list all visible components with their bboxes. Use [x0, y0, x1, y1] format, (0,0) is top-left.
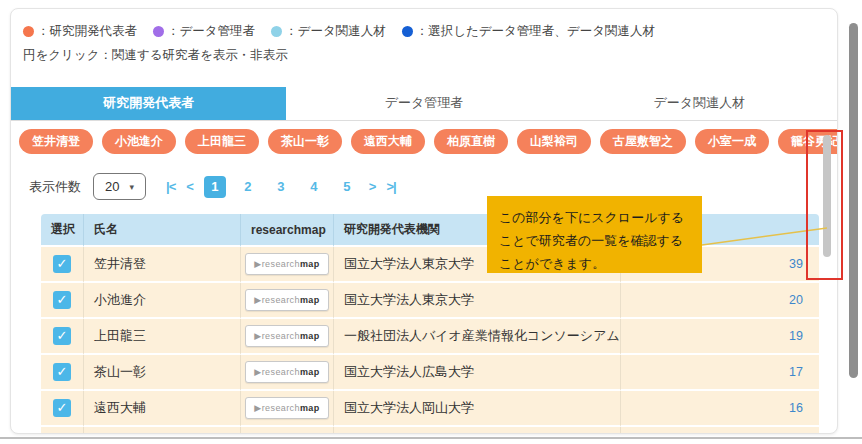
row-org: 国立大学法人広島大学	[334, 355, 621, 391]
legend-item-label: ：研究開発代表者	[37, 23, 137, 40]
page-number-5[interactable]: 5	[336, 176, 358, 198]
researchmap-button[interactable]: ▶researchmap	[245, 397, 329, 419]
next-page-button[interactable]: >	[369, 179, 376, 194]
row-org: 一般社団法人バイオ産業情報化コンソーシアム	[334, 319, 621, 355]
researchmap-button[interactable]: ▶researchmap	[245, 361, 329, 383]
legend: ：研究開発代表者 ：データ管理者 ：データ関連人材 ：選択したデータ管理者、デー…	[11, 9, 837, 64]
page-size-label: 表示件数	[29, 178, 81, 196]
researcher-chip[interactable]: 小池進介	[102, 129, 176, 154]
row-checkbox[interactable]: ✓	[53, 291, 71, 309]
pagination: |< <12345> >|	[166, 176, 396, 198]
row-org: 国立大学法人岡山大学	[334, 391, 621, 427]
tab-bar: 研究開発代表者データ管理者データ関連人材	[11, 87, 837, 121]
row-checkbox[interactable]: ✓	[53, 399, 71, 417]
researcher-chip[interactable]: 柏原直樹	[434, 129, 508, 154]
row-name: 遠西大輔	[84, 391, 241, 427]
tab-1[interactable]: データ管理者	[286, 87, 561, 120]
row-count: 19	[621, 319, 819, 355]
row-count: 20	[621, 283, 819, 319]
legend-item-label: ：データ関連人材	[285, 23, 386, 40]
legend-hint: 円をクリック：関連する研究者を表示・非表示	[23, 47, 825, 64]
prev-page-button[interactable]: <	[186, 179, 193, 194]
list-controls: 表示件数 20 ▾ |< <12345> >|	[11, 154, 837, 200]
row-count: 17	[621, 355, 819, 391]
researchmap-button[interactable]: ▶researchmap	[245, 253, 329, 275]
col-header-name: 氏名	[84, 214, 241, 247]
scrollbar-highlight-rectangle	[806, 130, 843, 280]
researcher-chip[interactable]: 小室一成	[695, 129, 769, 154]
col-header-select: 選択	[41, 214, 84, 247]
legend-item-0: ：研究開発代表者	[23, 23, 137, 40]
researcher-chip[interactable]: 上田龍三	[185, 129, 259, 154]
row-name: 笠井清登	[84, 247, 241, 283]
row-name: 小池進介	[84, 283, 241, 319]
researcher-chip[interactable]: 遠西大輔	[351, 129, 425, 154]
legend-dot-icon	[23, 26, 34, 37]
table-row: ✓ 小池進介 ▶researchmap 国立大学法人東京大学 20	[41, 283, 819, 319]
legend-item-label: ：データ管理者	[167, 23, 255, 40]
page-size-value: 20	[105, 179, 119, 194]
last-page-button[interactable]: >|	[386, 179, 395, 194]
page-number-2[interactable]: 2	[237, 176, 259, 198]
row-checkbox[interactable]: ✓	[53, 327, 71, 345]
row-checkbox[interactable]: ✓	[53, 363, 71, 381]
researcher-chip[interactable]: 古屋敷智之	[600, 129, 686, 154]
researcher-table-wrap: 選択 氏名 researchmap 研究開発代表機関 ✓ 笠井清登 ▶resea…	[41, 214, 827, 434]
researcher-table: 選択 氏名 researchmap 研究開発代表機関 ✓ 笠井清登 ▶resea…	[41, 214, 819, 434]
legend-item-2: ：データ関連人材	[271, 23, 386, 40]
legend-dot-icon	[153, 26, 164, 37]
chevron-down-icon: ▾	[129, 182, 134, 192]
legend-dot-icon	[402, 26, 413, 37]
researcher-chips: 笠井清登小池進介上田龍三茶山一彰遠西大輔柏原直樹山梨裕司古屋敷智之小室一成籠谷勇…	[11, 121, 837, 154]
page-number-4[interactable]: 4	[303, 176, 325, 198]
legend-items: ：研究開発代表者 ：データ管理者 ：データ関連人材 ：選択したデータ管理者、デー…	[23, 23, 825, 40]
tab-0[interactable]: 研究開発代表者	[11, 87, 286, 120]
window-bottom-edge	[0, 437, 862, 439]
table-row: ✓ 笠井清登 ▶researchmap 国立大学法人東京大学 39	[41, 247, 819, 283]
legend-item-1: ：データ管理者	[153, 23, 255, 40]
page-number-3[interactable]: 3	[270, 176, 292, 198]
row-count: 16	[621, 391, 819, 427]
researcher-chip[interactable]: 山梨裕司	[517, 129, 591, 154]
table-row-partial	[41, 427, 819, 434]
researchmap-button[interactable]: ▶researchmap	[245, 289, 329, 311]
legend-item-3: ：選択したデータ管理者、データ関連人材	[402, 23, 655, 40]
researcher-panel: ：研究開発代表者 ：データ管理者 ：データ関連人材 ：選択したデータ管理者、デー…	[10, 8, 838, 434]
page-size-select[interactable]: 20 ▾	[93, 173, 146, 200]
researcher-chip[interactable]: 茶山一彰	[268, 129, 342, 154]
scroll-hint-callout: この部分を下にスクロールすることで研究者の一覧を確認することができます。	[487, 196, 702, 273]
legend-dot-icon	[271, 26, 282, 37]
col-header-researchmap: researchmap	[241, 214, 334, 247]
table-header-row: 選択 氏名 researchmap 研究開発代表機関	[41, 214, 819, 247]
page-number-1[interactable]: 1	[204, 176, 226, 198]
table-row: ✓ 遠西大輔 ▶researchmap 国立大学法人岡山大学 16	[41, 391, 819, 427]
researchmap-button[interactable]	[245, 433, 329, 434]
row-name: 茶山一彰	[84, 355, 241, 391]
table-row: ✓ 茶山一彰 ▶researchmap 国立大学法人広島大学 17	[41, 355, 819, 391]
researchmap-button[interactable]: ▶researchmap	[245, 325, 329, 347]
first-page-button[interactable]: |<	[166, 179, 175, 194]
researcher-chip[interactable]: 笠井清登	[19, 129, 93, 154]
legend-item-label: ：選択したデータ管理者、データ関連人材	[416, 23, 655, 40]
tab-2[interactable]: データ関連人材	[562, 87, 837, 120]
table-row: ✓ 上田龍三 ▶researchmap 一般社団法人バイオ産業情報化コンソーシア…	[41, 319, 819, 355]
row-name: 上田龍三	[84, 319, 241, 355]
row-checkbox[interactable]: ✓	[53, 255, 71, 273]
page-scrollbar-thumb[interactable]	[849, 23, 858, 378]
row-org: 国立大学法人東京大学	[334, 283, 621, 319]
